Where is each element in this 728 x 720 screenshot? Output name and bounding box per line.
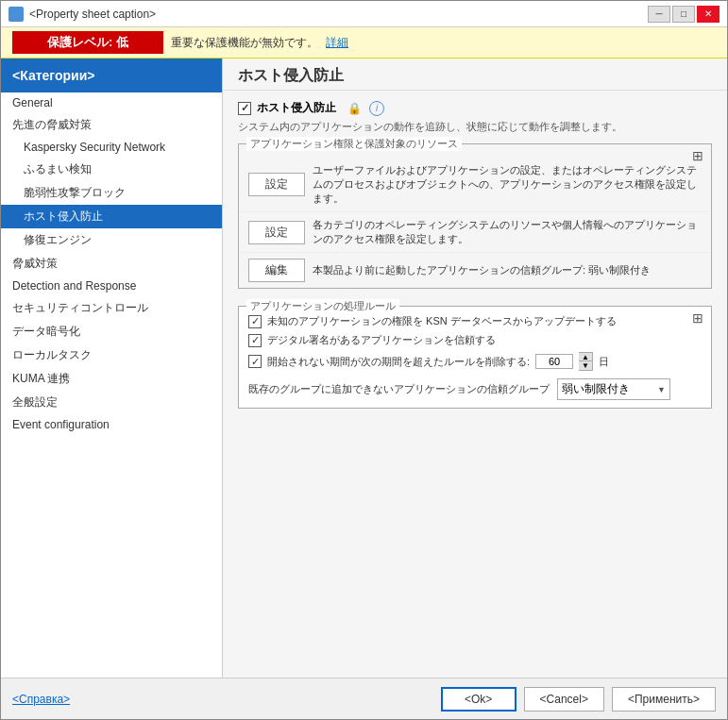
sidebar-item-advanced-threats[interactable]: 先進の脅威対策	[1, 113, 222, 137]
resource-btn-2[interactable]: 設定	[248, 221, 305, 244]
content-area: ホスト侵入防止 ホスト侵入防止 🔒 i システム内のアプリケーションの動作を追跡…	[223, 59, 727, 678]
sidebar-item-exploit[interactable]: 脆弱性攻撃ブロック	[1, 181, 222, 205]
resource-row-3: 編集 本製品より前に起動したアプリケーションの信頼グループ: 弱い制限付き	[239, 253, 711, 288]
alert-bar: 保護レベル: 低 重要な保護機能が無効です。 詳細	[1, 27, 727, 59]
lock-icon: 🔒	[347, 102, 362, 115]
alert-detail-link[interactable]: 詳細	[326, 35, 348, 51]
resource-text-3: 本製品より前に起動したアプリケーションの信頼グループ: 弱い制限付き	[313, 263, 702, 277]
sidebar-item-threat[interactable]: 脅威対策	[1, 252, 222, 276]
days-input[interactable]	[535, 354, 573, 369]
feature-label: ホスト侵入防止	[257, 100, 336, 116]
window-title: <Property sheet caption>	[29, 8, 156, 21]
ok-button[interactable]: <Ok>	[441, 687, 516, 712]
feature-checkbox-label: ホスト侵入防止	[238, 100, 336, 116]
resource-text-2: 各カテゴリのオペレーティングシステムのリソースや個人情報へのアプリケーションのア…	[313, 218, 702, 246]
spin-up-button[interactable]: ▲	[579, 353, 592, 361]
title-bar-controls: ─ □ ✕	[648, 6, 720, 23]
resource-group-legend: アプリケーション権限と保護対象のリソース	[246, 137, 462, 151]
cb2-label: デジタル署名があるアプリケーションを信頼する	[267, 333, 496, 347]
minimize-button[interactable]: ─	[648, 6, 670, 23]
resource-expand-icon[interactable]: ⊞	[692, 148, 703, 163]
close-button[interactable]: ✕	[697, 6, 720, 23]
processing-legend: アプリケーションの処理ルール	[246, 299, 399, 313]
page-title: ホスト侵入防止	[223, 59, 727, 91]
days-spinner: ▲ ▼	[579, 352, 593, 371]
content-body: ホスト侵入防止 🔒 i システム内のアプリケーションの動作を追跡し、状態に応じて…	[223, 91, 727, 678]
sidebar-item-event-config[interactable]: Event configuration	[1, 414, 222, 435]
footer-buttons: <Ok> <Cancel> <Применить>	[441, 687, 716, 712]
cb2-checkbox[interactable]	[248, 334, 262, 347]
cb1-checkbox[interactable]	[248, 315, 262, 328]
spin-down-button[interactable]: ▼	[579, 361, 592, 370]
cb1-label: 未知のアプリケーションの権限を KSN データベースからアップデートする	[267, 314, 617, 328]
protection-level-badge: 保護レベル: 低	[12, 31, 163, 54]
sidebar-item-data-encryption[interactable]: データ暗号化	[1, 320, 222, 343]
sidebar-header: <Категории>	[1, 59, 222, 92]
sidebar-item-repair[interactable]: 修復エンジン	[1, 228, 222, 252]
cancel-button[interactable]: <Cancel>	[524, 687, 604, 712]
sidebar-item-detection-response[interactable]: Detection and Response	[1, 276, 222, 296]
resource-row-1: 設定 ユーザーファイルおよびアプリケーションの設定、またはオペレーティングシステ…	[239, 158, 711, 212]
feature-checkbox[interactable]	[238, 102, 251, 115]
resource-btn-3[interactable]: 編集	[248, 259, 305, 282]
alert-message: 重要な保護機能が無効です。	[171, 35, 318, 51]
feature-description: システム内のアプリケーションの動作を追跡し、状態に応じて動作を調整します。	[238, 120, 712, 134]
processing-group: アプリケーションの処理ルール ⊞ 未知のアプリケーションの権限を KSN データ…	[238, 306, 712, 409]
cb-row-3: 開始されない期間が次の期間を超えたルールを削除する: ▲ ▼ 日	[248, 352, 702, 371]
cb3-inline-row: 開始されない期間が次の期間を超えたルールを削除する: ▲ ▼ 日	[267, 352, 609, 371]
sidebar-item-general-settings[interactable]: 全般設定	[1, 391, 222, 414]
sidebar-item-general[interactable]: General	[1, 92, 222, 113]
sidebar-item-furumai[interactable]: ふるまい検知	[1, 158, 222, 181]
apply-button[interactable]: <Применить>	[612, 687, 716, 712]
sidebar-item-kuma[interactable]: KUMA 連携	[1, 367, 222, 391]
cb-row-1: 未知のアプリケーションの権限を KSN データベースからアップデートする	[248, 314, 702, 328]
sidebar-item-host-intrusion[interactable]: ホスト侵入防止	[1, 205, 222, 228]
main-window: <Property sheet caption> ─ □ ✕ 保護レベル: 低 …	[0, 0, 728, 720]
maximize-button[interactable]: □	[672, 6, 695, 23]
sidebar-item-ksn[interactable]: Kaspersky Security Network	[1, 137, 222, 158]
resource-row-2: 設定 各カテゴリのオペレーティングシステムのリソースや個人情報へのアプリケーショ…	[239, 212, 711, 253]
dropdown-label: 既存のグループに追加できないアプリケーションの信頼グループ	[248, 382, 550, 396]
trust-group-dropdown[interactable]: 弱い制限付き ▼	[557, 378, 670, 400]
cb3-checkbox[interactable]	[248, 355, 262, 368]
dropdown-arrow-icon: ▼	[657, 385, 666, 394]
cb3-label: 開始されない期間が次の期間を超えたルールを削除する:	[267, 355, 530, 369]
days-label: 日	[599, 355, 609, 369]
processing-expand-icon[interactable]: ⊞	[692, 310, 703, 326]
main-content: <Категории> General 先進の脅威対策 Kaspersky Se…	[1, 59, 727, 678]
dropdown-value: 弱い制限付き	[562, 381, 630, 397]
dropdown-row: 既存のグループに追加できないアプリケーションの信頼グループ 弱い制限付き ▼	[248, 378, 702, 400]
help-link[interactable]: <Справка>	[12, 693, 70, 706]
footer: <Справка> <Ok> <Cancel> <Применить>	[1, 678, 727, 719]
app-icon	[8, 7, 24, 22]
resource-group-box: アプリケーション権限と保護対象のリソース ⊞ 設定 ユーザーファイルおよびアプリ…	[238, 143, 712, 289]
sidebar-item-security-control[interactable]: セキュリティコントロール	[1, 296, 222, 320]
feature-enable-row: ホスト侵入防止 🔒 i	[238, 100, 712, 116]
sidebar-item-local-tasks[interactable]: ローカルタスク	[1, 343, 222, 367]
info-icon[interactable]: i	[369, 101, 384, 116]
sidebar: <Категории> General 先進の脅威対策 Kaspersky Se…	[1, 59, 223, 678]
title-bar: <Property sheet caption> ─ □ ✕	[1, 1, 727, 27]
cb-row-2: デジタル署名があるアプリケーションを信頼する	[248, 333, 702, 347]
resource-btn-1[interactable]: 設定	[248, 173, 305, 196]
title-bar-left: <Property sheet caption>	[8, 7, 156, 22]
resource-text-1: ユーザーファイルおよびアプリケーションの設定、またはオペレーティングシステムのプ…	[313, 163, 702, 206]
